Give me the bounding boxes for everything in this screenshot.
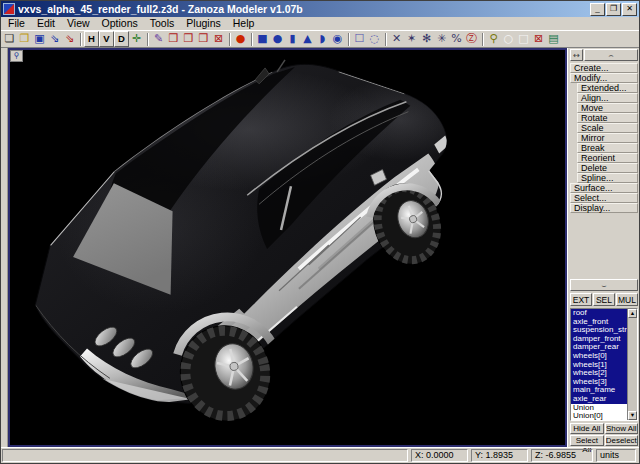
object-list-item[interactable]: damper_rear bbox=[571, 343, 627, 352]
sidebar-toggle-icon[interactable]: ↔ bbox=[570, 49, 583, 61]
command-item[interactable]: Create... bbox=[570, 63, 638, 73]
object-list-item[interactable]: wheels[3] bbox=[571, 378, 627, 387]
primitive-box-icon[interactable]: ■ bbox=[255, 31, 270, 47]
object-select-mode-icon[interactable]: ❒ bbox=[166, 31, 181, 47]
command-item[interactable]: Select... bbox=[570, 193, 638, 203]
menu-item[interactable]: Options bbox=[96, 17, 144, 30]
sel-mode-button[interactable]: SEL bbox=[593, 293, 615, 306]
3d-viewport[interactable]: ⚲ bbox=[8, 48, 567, 447]
wire-sphere-icon[interactable]: ○ bbox=[501, 31, 516, 47]
ext-mode-button[interactable]: EXT bbox=[570, 293, 592, 306]
sidebar-collapse-top-icon[interactable]: ⌢ bbox=[584, 49, 638, 61]
command-item[interactable]: Mirror bbox=[577, 133, 638, 143]
object-list-item[interactable]: Union bbox=[571, 404, 627, 413]
scroll-down-icon[interactable]: ▼ bbox=[628, 411, 637, 420]
menu-item[interactable]: Tools bbox=[144, 17, 181, 30]
status-bar: X: 0.0000 Y: 1.8935 Z: -6.9855 units bbox=[1, 447, 639, 463]
local-axes-icon[interactable]: ✛ bbox=[129, 31, 144, 47]
command-item[interactable]: Align... bbox=[577, 93, 638, 103]
face-select-mode-icon[interactable]: ❒ bbox=[181, 31, 196, 47]
close-button[interactable]: ✕ bbox=[622, 3, 637, 16]
vertex-mode-icon[interactable]: ✎ bbox=[151, 31, 166, 47]
toolbar: ❏ ❐ ▣ ⇘ ⇘ H V D ✛ ✎ ❒ ❒ ❒ ⊠ ● ■ bbox=[1, 30, 639, 48]
command-item[interactable]: Move bbox=[577, 103, 638, 113]
sidebar: ↔ ⌢ Create... Modify... Extended... Alig… bbox=[567, 48, 639, 447]
command-item[interactable]: Reorient bbox=[577, 153, 638, 163]
sidebar-collapse-bottom-icon[interactable]: ⌣ bbox=[570, 279, 638, 291]
minimize-button[interactable]: _ bbox=[590, 3, 605, 16]
export-file-icon[interactable]: ⇘ bbox=[62, 31, 77, 47]
move-tool-icon[interactable]: ✕ bbox=[389, 31, 404, 47]
object-list-item[interactable]: roof bbox=[571, 309, 627, 318]
open-file-icon[interactable]: ❐ bbox=[17, 31, 32, 47]
object-list-item[interactable]: damper_front bbox=[571, 335, 627, 344]
delete-object-icon[interactable]: ⊠ bbox=[531, 31, 546, 47]
command-item[interactable]: Display... bbox=[570, 203, 638, 213]
command-item[interactable]: Rotate bbox=[577, 113, 638, 123]
wire-box-icon[interactable]: □ bbox=[516, 31, 531, 47]
clear-select-mode-icon[interactable]: ⊠ bbox=[211, 31, 226, 47]
command-item[interactable]: Break bbox=[577, 143, 638, 153]
scroll-up-icon[interactable]: ▲ bbox=[628, 309, 637, 318]
horizontal-split-button[interactable]: H bbox=[84, 31, 99, 47]
command-item[interactable]: Spline... bbox=[577, 173, 638, 183]
primitive-cylinder-icon[interactable]: ▮ bbox=[285, 31, 300, 47]
vertical-split-button[interactable]: V bbox=[99, 31, 114, 47]
primitive-sphere-icon[interactable]: ● bbox=[270, 31, 285, 47]
primitive-cone-icon[interactable]: ▲ bbox=[300, 31, 315, 47]
edge-select-mode-icon[interactable]: ❒ bbox=[196, 31, 211, 47]
save-icon[interactable]: ▣ bbox=[32, 31, 47, 47]
zanoza-about-icon[interactable]: Ⓩ bbox=[464, 31, 479, 47]
menu-item[interactable]: Edit bbox=[31, 17, 61, 30]
command-item[interactable]: Modify... bbox=[570, 73, 638, 83]
material-sphere-icon[interactable]: ● bbox=[233, 31, 248, 47]
background-image-icon[interactable]: ▤ bbox=[546, 31, 561, 47]
zoom-tool-icon[interactable]: ⚲ bbox=[486, 31, 501, 47]
quad-view-button[interactable]: D bbox=[114, 31, 129, 47]
title-bar: vxvs_alpha_45_render_full2.z3d - Zanoza … bbox=[1, 1, 639, 17]
show-all-button[interactable]: Show All bbox=[605, 423, 639, 434]
selection-mode-buttons: EXT SEL MUL bbox=[570, 293, 638, 306]
restore-button[interactable]: ❐ bbox=[606, 3, 621, 16]
import-file-icon[interactable]: ⇘ bbox=[47, 31, 62, 47]
menu-item[interactable]: File bbox=[2, 17, 31, 30]
command-item[interactable]: Scale bbox=[577, 123, 638, 133]
left-splitter[interactable] bbox=[1, 48, 8, 447]
new-file-icon[interactable]: ❏ bbox=[2, 31, 17, 47]
viewport-view-icon[interactable]: ⚲ bbox=[10, 50, 23, 62]
object-list-item[interactable]: wheels[0] bbox=[571, 352, 627, 361]
object-list-item[interactable]: wheels[2] bbox=[571, 369, 627, 378]
command-item[interactable]: Extended... bbox=[577, 83, 638, 93]
mirror-tool-icon[interactable]: ✳ bbox=[434, 31, 449, 47]
menu-bar: File Edit View Options Tools Plugins Hel… bbox=[1, 17, 639, 30]
object-list-item[interactable]: axle_rear bbox=[571, 395, 627, 404]
select-all-button[interactable]: Select All bbox=[570, 435, 604, 446]
menu-item[interactable]: View bbox=[61, 17, 96, 30]
command-item[interactable]: Delete bbox=[577, 163, 638, 173]
command-list: Create... Modify... Extended... Align...… bbox=[570, 63, 638, 213]
scale-tool-icon[interactable]: ✻ bbox=[419, 31, 434, 47]
rect-select-icon[interactable]: ☐ bbox=[352, 31, 367, 47]
object-list-item[interactable]: Union[0] bbox=[571, 412, 627, 420]
mul-mode-button[interactable]: MUL bbox=[616, 293, 638, 306]
object-list-scrollbar[interactable]: ▲ ▼ bbox=[627, 309, 637, 420]
command-item[interactable]: Surface... bbox=[570, 183, 638, 193]
percent-snap-icon[interactable]: % bbox=[449, 31, 464, 47]
deselect-button[interactable]: Deselect bbox=[605, 435, 639, 446]
app-window: vxvs_alpha_45_render_full2.z3d - Zanoza … bbox=[0, 0, 640, 464]
menu-item[interactable]: Plugins bbox=[180, 17, 226, 30]
window-controls: _ ❐ ✕ bbox=[590, 3, 637, 16]
object-list-item[interactable]: axle_front bbox=[571, 318, 627, 327]
object-list-item[interactable]: suspension_struts bbox=[571, 326, 627, 335]
circle-select-icon[interactable]: ◌ bbox=[367, 31, 382, 47]
object-list-item[interactable]: main_frame bbox=[571, 386, 627, 395]
app-icon bbox=[3, 3, 15, 15]
menu-item[interactable]: Help bbox=[227, 17, 261, 30]
hide-all-button[interactable]: Hide All bbox=[570, 423, 604, 434]
primitive-torus-icon[interactable]: ◗ bbox=[315, 31, 330, 47]
status-units: units bbox=[596, 449, 636, 462]
rotate-tool-icon[interactable]: ✶ bbox=[404, 31, 419, 47]
object-list-item[interactable]: wheels[1] bbox=[571, 361, 627, 370]
primitive-geosphere-icon[interactable]: ◉ bbox=[330, 31, 345, 47]
status-message bbox=[2, 449, 408, 462]
